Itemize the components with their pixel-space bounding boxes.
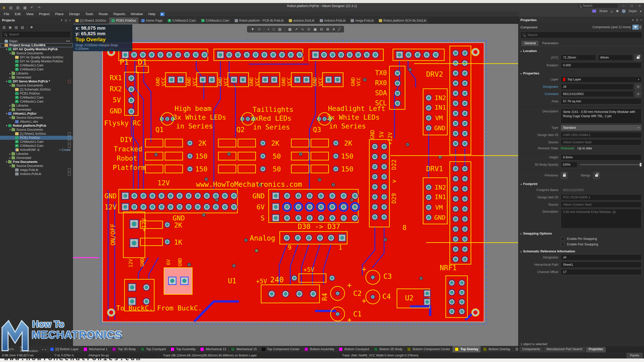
menu-edit[interactable]: Edit xyxy=(12,12,23,17)
redo-icon[interactable]: ↷ xyxy=(37,5,41,10)
section-schematic-reference[interactable]: ▴Schematic Reference Information xyxy=(520,249,642,253)
save-icon[interactable]: ▤ xyxy=(9,5,13,10)
dimension-icon[interactable]: ⊞ xyxy=(326,27,329,31)
checkbox-icon[interactable] xyxy=(561,242,565,246)
via-icon[interactable]: ⊙ xyxy=(307,27,310,31)
tree-item[interactable]: ▸Libraries xyxy=(0,71,73,75)
run-script-icon[interactable]: ▶ xyxy=(160,12,165,16)
hide-designator-button[interactable]: ⊘ xyxy=(635,84,641,90)
layer-tab[interactable]: [2] Bottom Layer xyxy=(48,346,81,352)
tree-item[interactable]: ▾Source Documents xyxy=(0,83,73,87)
layer-tab[interactable]: Mechanical 13 xyxy=(198,346,228,352)
tree-item[interactable]: DIY Air Quality Monitor.SchDoc xyxy=(0,55,73,59)
doc-tab[interactable]: CAMtastic2.Cam xyxy=(165,17,199,24)
panels-button[interactable]: Panels xyxy=(627,353,642,358)
tree-item[interactable]: ▾Source Documents xyxy=(0,164,73,168)
tree-item[interactable]: ▸Libraries xyxy=(0,152,73,156)
pin-icon[interactable] xyxy=(64,19,67,22)
tree-item[interactable]: ▾Robot platform.PrjPcb xyxy=(0,124,73,128)
home-icon[interactable]: ⌂ xyxy=(611,9,613,13)
tree-item[interactable]: ▸Libraries xyxy=(0,104,73,108)
user-menu-caret-icon[interactable]: ▾ xyxy=(640,9,641,13)
tree-item[interactable]: ▾Free Documents xyxy=(0,160,73,164)
rotation-field[interactable]: 0.000 xyxy=(561,62,641,68)
menu-route[interactable]: Route xyxy=(96,12,110,17)
share-button[interactable]: Share xyxy=(599,9,608,13)
panel-close-icon[interactable]: × xyxy=(640,18,642,21)
pcb-board[interactable]: P1D1RX1RX25VGNDFlysky RCDIYTrackedRobotP… xyxy=(73,24,518,346)
menu-tools[interactable]: Tools xyxy=(83,12,96,17)
tree-item[interactable]: Arduino.PcbLib xyxy=(0,172,73,176)
tree-item[interactable]: ▾DIY Air Quality Monitor.PrjPcb xyxy=(0,47,73,51)
panel-menu-caret-icon[interactable]: ▾ xyxy=(632,18,634,22)
projects-search-input[interactable] xyxy=(9,32,68,36)
layers-scroll-right-icon[interactable]: ▸ xyxy=(44,348,48,351)
tree-item[interactable]: ▾Source Documents xyxy=(0,116,73,120)
maximize-button[interactable]: □ xyxy=(629,4,634,8)
hide-comment-button[interactable]: ⊘ xyxy=(635,91,641,97)
user-name[interactable]: Dejan xyxy=(629,9,637,13)
avatar[interactable] xyxy=(622,9,626,13)
doc-tab[interactable]: Robot platform SCH lib.SchLib xyxy=(376,17,429,24)
menu-design[interactable]: Design xyxy=(66,12,83,17)
tab-parameters[interactable]: Parameters xyxy=(539,41,561,46)
type-dropdown[interactable]: Standard▾ xyxy=(561,125,641,131)
dock-tab-view-configuration[interactable]: View Configuration xyxy=(17,346,41,352)
tree-item[interactable]: mega.PcbLib xyxy=(0,168,73,172)
tree-item[interactable]: CAMtastic2.Cam xyxy=(0,67,73,71)
comments-icon[interactable] xyxy=(592,10,596,13)
magnet-icon[interactable]: ⊃ xyxy=(258,27,261,31)
height-field[interactable]: 8.5mm xyxy=(561,154,641,160)
layer-tab[interactable]: Top Courtyard xyxy=(138,346,168,352)
tree-item[interactable]: ▸Generated xyxy=(0,156,73,160)
filter-icon[interactable]: ▼ xyxy=(251,27,254,31)
menu-window[interactable]: Window xyxy=(128,12,146,17)
layer-dropdown[interactable]: Top Layer▾ xyxy=(561,76,641,82)
tree-item[interactable]: CAMtastic2.Cam xyxy=(0,96,73,100)
layer-tab[interactable]: Top Overlay xyxy=(452,346,480,352)
filter-button[interactable] xyxy=(632,25,638,30)
measure-icon[interactable]: ▥ xyxy=(278,27,281,31)
arc-icon[interactable]: ∿ xyxy=(301,27,304,31)
region-icon[interactable]: □ xyxy=(273,27,275,31)
layer-tab[interactable]: Mechanical 1 xyxy=(81,346,110,352)
pad-icon[interactable]: ▣ xyxy=(313,27,317,31)
tree-item[interactable]: PCB1.PcbDoc xyxy=(0,136,73,140)
description-field[interactable]: Serie 2141 - 3.50 mm Horizontal Entry Mo… xyxy=(561,109,641,123)
tree-item[interactable]: CAMtastic1.Cam xyxy=(0,140,73,144)
more-icon[interactable]: ••• xyxy=(66,39,70,43)
slider-thumb[interactable] xyxy=(640,163,641,166)
create-link[interactable]: + Create xyxy=(59,148,71,152)
section-location[interactable]: ▴Location xyxy=(520,49,642,53)
enable-part-swapping-row[interactable]: Enable Part Swapping xyxy=(561,242,641,246)
designator-field[interactable]: J4 xyxy=(561,84,633,90)
global-search-input[interactable]: Search xyxy=(577,3,618,8)
tree-item[interactable]: ▾AltiumLL.PrjScr xyxy=(0,112,73,116)
copy-icon[interactable]: ▣ xyxy=(9,25,12,29)
tree-item[interactable]: ▾Source Documents xyxy=(0,128,73,132)
settings-icon[interactable]: ✱ xyxy=(30,25,33,29)
tree-item[interactable]: ▾DIY Servo Motor.PrjPcb * xyxy=(0,79,73,83)
doc-tab[interactable]: mega.PcbLib xyxy=(348,17,376,24)
crosshair-icon[interactable]: + xyxy=(267,27,269,31)
tree-item[interactable]: CAMtastic1.Cam xyxy=(0,100,73,104)
tree-item[interactable]: CAMtastic2.Cam xyxy=(0,144,73,148)
layer-tab[interactable]: Top Component Center xyxy=(259,346,302,352)
strings-lock-button[interactable] xyxy=(593,172,600,179)
comment-field[interactable]: 691214110002 xyxy=(561,91,633,97)
tree-item[interactable]: ▸Generated xyxy=(0,75,73,79)
save-all-icon[interactable]: ▥ xyxy=(16,5,20,10)
pcb-canvas[interactable]: P1D1RX1RX25VGNDFlysky RCDIYTrackedRobotP… xyxy=(73,24,518,346)
menu-place[interactable]: Place xyxy=(52,12,66,17)
layer-tab[interactable]: Top Paste xyxy=(513,346,518,352)
opacity-value-field[interactable]: 100% xyxy=(561,162,577,168)
menu-project[interactable]: Project xyxy=(36,12,52,17)
panel-tab-properties[interactable]: Properties xyxy=(586,347,606,352)
tree-item[interactable]: Project Group 1.DsnWrk xyxy=(0,43,73,47)
doc-tab[interactable]: PCB1.PcbDoc xyxy=(109,17,139,24)
layer-tab[interactable]: Mechanical 15 xyxy=(228,346,259,352)
layer-tab[interactable]: Bottom Overlay xyxy=(480,346,512,352)
tree-item[interactable]: [1] Sheet1.SchDoc xyxy=(0,132,73,136)
panel-menu-caret-icon[interactable]: ▾ xyxy=(61,19,62,22)
layer-tab[interactable]: Bottom Courtyard xyxy=(336,346,371,352)
